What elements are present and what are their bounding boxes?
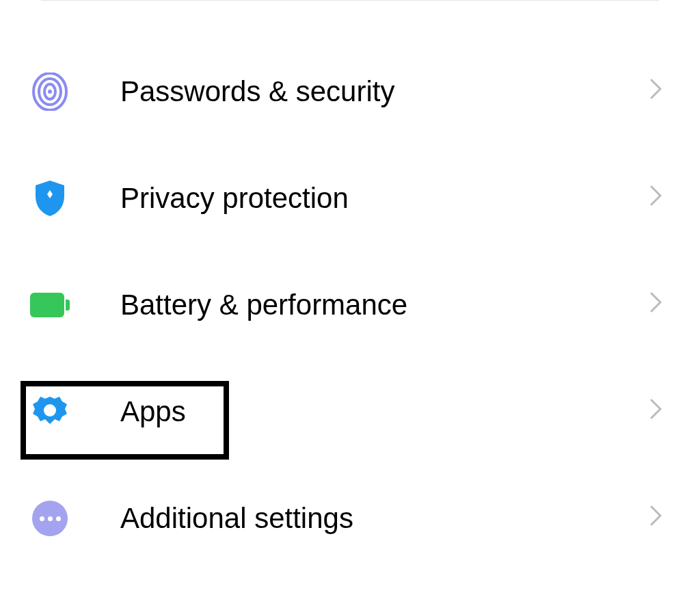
item-label: Passwords & security (120, 75, 650, 108)
item-label: Additional settings (120, 502, 650, 535)
svg-point-3 (48, 90, 52, 94)
settings-item-additional-settings[interactable]: Additional settings (31, 465, 669, 572)
item-label: Privacy protection (120, 182, 650, 215)
chevron-right-icon (650, 79, 662, 105)
chevron-right-icon (650, 292, 662, 318)
settings-container: Passwords & security Privacy protection (0, 0, 700, 572)
chevron-right-icon (650, 399, 662, 425)
settings-item-privacy-protection[interactable]: Privacy protection (31, 145, 669, 252)
settings-item-battery-performance[interactable]: Battery & performance (31, 252, 669, 358)
fingerprint-icon (31, 72, 69, 111)
chevron-right-icon (650, 185, 662, 211)
battery-icon (31, 286, 69, 324)
item-label: Apps (120, 395, 650, 428)
shield-icon (31, 179, 69, 217)
dots-icon (31, 499, 69, 538)
gear-icon (31, 393, 69, 431)
settings-list: Passwords & security Privacy protection (31, 1, 669, 572)
svg-point-4 (44, 404, 56, 416)
item-label: Battery & performance (120, 289, 650, 321)
settings-item-apps[interactable]: Apps (31, 358, 669, 465)
chevron-right-icon (650, 505, 662, 531)
settings-item-passwords-security[interactable]: Passwords & security (31, 38, 669, 145)
